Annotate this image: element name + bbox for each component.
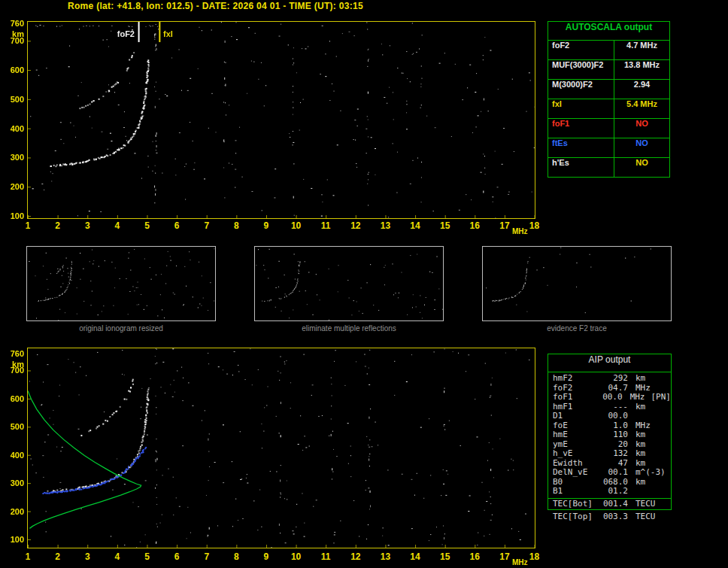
aip-param-name: hmE (548, 430, 601, 440)
x-tick-label: 13 (376, 551, 394, 562)
x-tick-label: 4 (108, 220, 126, 231)
autoscala-output-panel: AUTOSCALA output foF24.7 MHzMUF(3000)F21… (548, 21, 670, 178)
thumbnail-caption-evidence: evidence F2 trace (482, 324, 672, 333)
aip-param-value: 110 (601, 430, 628, 440)
autoscala-row-foF2: foF24.7 MHz (548, 41, 669, 60)
y-tick-label: 300 (2, 478, 24, 488)
x-tick-label: 12 (347, 220, 365, 231)
y-tick-label: 600 (2, 394, 24, 403)
x-tick-label: 6 (168, 551, 186, 562)
x-tick-label: 5 (138, 551, 156, 562)
x-tick-label: 7 (198, 220, 216, 231)
autoscala-param-name: foF1 (548, 119, 614, 138)
aip-param-name: B1 (548, 487, 601, 497)
x-tick-label: 3 (78, 551, 96, 562)
autoscala-param-name: M(3000)F2 (548, 80, 614, 99)
aip-param-value: 292 (601, 374, 628, 384)
x-tick-label: 1 (19, 551, 37, 562)
x-tick-label: 8 (227, 220, 245, 231)
aip-output-panel: AIP output hmF2292kmfoF204.7MHzfoF100.0M… (548, 354, 672, 510)
aip-param-value: 00.0 (597, 393, 622, 402)
aip-param-name: foF1 (548, 393, 597, 402)
x-axis-unit-label: MHz (512, 558, 532, 566)
aip-param-unit (628, 412, 635, 421)
autoscala-param-value: 2.94 (614, 80, 669, 99)
thumbnail-caption-original: original ionogram resized (26, 324, 216, 333)
aip-param-unit: km (628, 402, 645, 412)
aip-tec-bottom-row: TEC[Bot]001.4TECU (548, 499, 671, 509)
x-tick-label: 11 (317, 220, 335, 231)
x-tick-label: 17 (496, 220, 514, 231)
aip-param-unit (628, 487, 635, 497)
y-axis-unit-label: km (2, 29, 24, 38)
aip-row-DelN_vE: DelN_vE00.1m^(-3) (548, 468, 671, 478)
autoscala-row-fxI: fxI5.4 MHz (548, 99, 669, 119)
y-tick-label: 100 (2, 211, 24, 220)
aip-param-name: TEC[Top] (548, 512, 601, 522)
profile-ionogram-plot (27, 348, 535, 548)
autoscala-param-value: 4.7 MHz (614, 41, 669, 59)
x-tick-label: 15 (436, 551, 454, 562)
autoscala-app-screen: Rome (lat: +41.8, lon: 012.5) - DATE: 20… (0, 0, 728, 568)
autoscala-param-name: foF2 (548, 41, 614, 59)
aip-row-TEC[Top]: TEC[Top]003.3TECU (548, 512, 671, 522)
x-tick-label: 11 (317, 551, 335, 562)
y-tick-label: 600 (2, 65, 24, 74)
aip-param-unit: km (628, 430, 645, 440)
aip-param-name: D1 (548, 412, 601, 421)
y-axis-unit-label: km (2, 360, 24, 369)
x-tick-label: 2 (49, 220, 67, 231)
aip-param-unit: km (628, 478, 645, 488)
autoscala-param-value: NO (614, 138, 669, 157)
autoscala-row-ftEs: ftEsNO (548, 138, 669, 158)
autoscala-row-M(3000)F2: M(3000)F22.94 (548, 80, 669, 99)
y-tick-label: 200 (2, 182, 24, 191)
aip-param-name: TEC[Bot] (548, 499, 601, 509)
thumbnail-caption-eliminate: eliminate multiple reflections (254, 324, 444, 333)
y-tick-label: 500 (2, 95, 24, 104)
aip-param-flag: [PN] (645, 393, 672, 402)
thumbnail-original-canvas (27, 247, 215, 320)
x-tick-label: 5 (138, 220, 156, 231)
aip-param-value: 132 (601, 449, 628, 459)
x-tick-label: 17 (496, 551, 514, 562)
x-tick-label: 14 (406, 220, 424, 231)
autoscala-param-value: NO (614, 158, 669, 177)
autoscala-row-h'Es: h'EsNO (548, 158, 669, 177)
x-tick-label: 14 (406, 551, 424, 562)
x-tick-label: 10 (287, 220, 305, 231)
aip-tec-top-row: TEC[Top]003.3TECU (548, 512, 671, 522)
x-tick-label: 1 (19, 220, 37, 231)
x-tick-label: 6 (168, 220, 186, 231)
aip-param-value: 003.3 (601, 512, 628, 522)
aip-param-unit: TECU (628, 512, 656, 522)
x-tick-label: 16 (466, 551, 484, 562)
x-tick-label: 13 (376, 220, 394, 231)
profile-ionogram-canvas (28, 348, 535, 548)
aip-row-D1: D100.0 (548, 412, 671, 421)
aip-param-unit: TECU (628, 499, 656, 509)
autoscala-output-rows: foF24.7 MHzMUF(3000)F213.8 MHzM(3000)F22… (548, 41, 669, 177)
aip-param-unit: km (628, 449, 645, 459)
y-tick-label: 500 (2, 422, 24, 431)
y-tick-label: 760 (2, 349, 24, 358)
x-axis-unit-label: MHz (512, 227, 532, 235)
x-tick-label: 9 (257, 220, 275, 231)
x-tick-label: 7 (198, 551, 216, 562)
aip-row-foF1: foF100.0MHz[PN] (548, 393, 671, 402)
aip-param-value: 01.2 (601, 487, 628, 497)
aip-output-rows: hmF2292kmfoF204.7MHzfoF100.0MHz[PN]hmF1-… (548, 372, 671, 498)
aip-param-name: DelN_vE (548, 468, 601, 478)
x-tick-label: 4 (108, 551, 126, 562)
foF2-marker-label: foF2 (113, 29, 135, 38)
aip-param-value: 00.0 (601, 412, 628, 421)
y-tick-label: 200 (2, 507, 24, 516)
autoscala-row-MUF(3000)F2: MUF(3000)F213.8 MHz (548, 60, 669, 80)
x-tick-label: 8 (227, 551, 245, 562)
autoscala-param-name: MUF(3000)F2 (548, 60, 614, 79)
x-tick-label: 15 (436, 220, 454, 231)
autoscala-param-value: NO (614, 119, 669, 138)
autoscala-param-name: ftEs (548, 138, 614, 157)
autoscala-param-value: 5.4 MHz (614, 99, 669, 118)
thumbnail-evidence-f2-trace (482, 246, 672, 321)
